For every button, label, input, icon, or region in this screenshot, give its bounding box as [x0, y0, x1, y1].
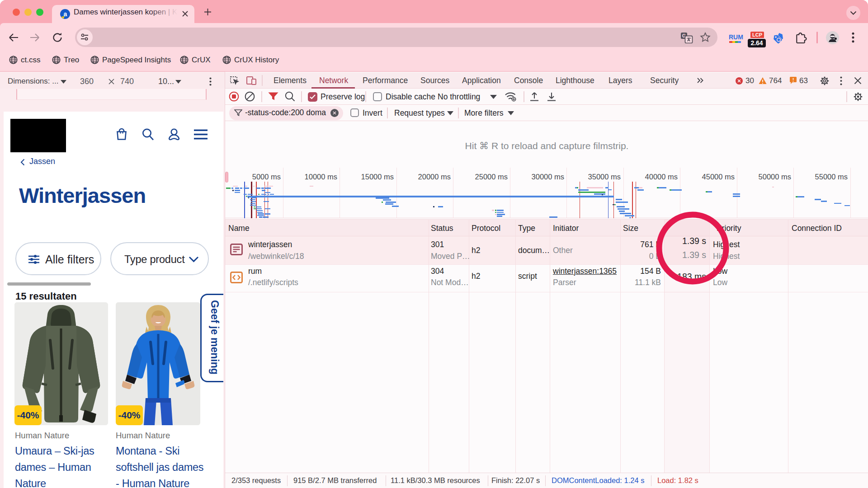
svg-text:a: a [63, 10, 67, 18]
